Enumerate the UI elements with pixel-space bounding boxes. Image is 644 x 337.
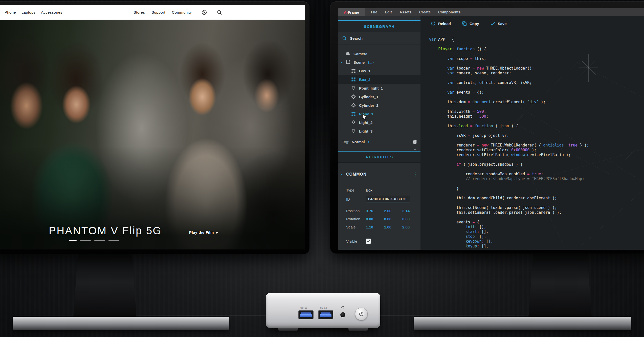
trash-icon [412,139,417,144]
menu-edit[interactable]: Edit [385,10,392,14]
site-nav-left: PhoneLaptopsAccessories [5,10,62,14]
scale-value-y[interactable]: 1.00 [384,225,402,229]
code-editor[interactable]: var APP = { Player: function () { var sc… [429,37,589,249]
code-line [429,181,589,186]
scale-value-x[interactable]: 1.10 [366,225,384,229]
headset-icon [341,306,345,309]
tree-item-box_1[interactable]: Box_1 [338,67,420,75]
editor-menubar: A-Frame FileEditAssetsCreateComponents [338,8,644,16]
camera-icon [346,51,350,56]
tree-item-cylinder_1[interactable]: Cylinder_1 [338,92,420,101]
common-section-header[interactable]: ▲ COMMON ⋮ [338,169,420,179]
bulb-icon [351,129,356,133]
code-line [429,61,589,66]
common-properties: Type Box ID Position3.762.003.14Rotation… [338,179,420,245]
site-nav-phone[interactable]: Phone [5,10,16,14]
code-line: stop: [], [429,234,589,239]
site-nav-laptops[interactable]: Laptops [21,10,35,14]
collapse-icon: ▲ [341,173,343,176]
code-line: this.setScene( loader.parse( json.scene … [429,205,589,210]
fog-select[interactable]: Normal [352,140,365,144]
site-nav-stores[interactable]: Stores [134,10,145,14]
play-film-button[interactable]: Play the Film ▶ [189,230,218,235]
rotation-value-z[interactable]: 0.00 [402,217,420,221]
box-icon [351,69,356,73]
carousel-dash-2[interactable] [80,240,91,241]
scene-search[interactable]: Search [338,32,420,45]
collapse-icon[interactable]: ▲ [341,61,343,64]
code-line [429,95,589,100]
usb-port [318,310,333,319]
tree-item-light_3[interactable]: Light_3 [338,127,420,135]
pc-foot [348,328,368,331]
tree-item-point_light_1[interactable]: Point_light_1 [338,84,420,92]
kebab-menu-icon[interactable]: ⋮ [413,172,417,177]
save-check-icon [490,21,495,26]
rotation-row: Rotation0.000.000.00 [338,215,420,223]
delete-object-button[interactable] [412,139,417,144]
site-nav-support[interactable]: Support [151,10,165,14]
tree-item-light_2[interactable]: Light_2 [338,118,420,127]
menu-aframe[interactable]: A-Frame [338,8,365,16]
bulb-icon [351,120,356,125]
toolbar-reload-button[interactable]: Reload [431,21,451,26]
toolbar-copy-button[interactable]: Copy [462,21,479,26]
id-field[interactable] [366,196,410,202]
play-icon: ▶ [216,231,218,234]
tree-item-cylinder_2[interactable]: Cylinder_2 [338,101,420,110]
code-line: this.setCamera( loader.parse( json.camer… [429,210,589,215]
toolbar-save-label: Save [498,22,507,26]
carousel-dash-4[interactable] [108,240,119,241]
menu-create[interactable]: Create [419,10,431,14]
visible-label: Visible [346,239,366,243]
chevron-down-icon[interactable]: ▼ [367,140,370,143]
code-line: renderer = new THREE.WebGLRenderer( { an… [429,143,589,148]
account-icon[interactable] [202,10,207,15]
type-row: Type Box [338,186,420,194]
code-line: } [429,186,589,191]
site-nav-accessories[interactable]: Accessories [41,10,62,14]
tree-item-label: Cylinder_2 [359,103,379,108]
code-line: var scope = this; [429,56,589,61]
tree-item-label: Light_3 [359,129,372,133]
scale-value-z[interactable]: 2.00 [402,225,420,229]
menu-assets[interactable]: Assets [399,10,412,14]
position-label: Position [346,209,366,213]
position-value-y[interactable]: 2.00 [384,209,402,213]
code-line [429,138,589,143]
site-nav-community[interactable]: Community [172,10,192,14]
code-line [429,42,589,47]
menu-file[interactable]: File [371,10,377,14]
site-navbar: PhoneLaptopsAccessories StoresSupportCom… [0,5,305,20]
tree-item-scene[interactable]: ▲Scene{...} [338,58,420,67]
tree-item-plane_1[interactable]: Plane_1 [338,110,420,118]
rotation-value-y[interactable]: 0.00 [384,217,402,221]
visible-checkbox[interactable] [366,239,371,244]
hero-image: PHANTOM V Flip 5G Play the Film ▶ [0,20,305,249]
code-line [429,201,589,205]
hero-title: PHANTOM V Flip 5G [49,225,162,237]
tree-item-box_2[interactable]: Box_2 [338,75,420,84]
toolbar-save-button[interactable]: Save [490,21,507,26]
menu-components[interactable]: Components [438,10,461,14]
carousel-dash-1[interactable] [69,240,77,241]
position-value-z[interactable]: 3.14 [402,209,420,213]
tree-item-camera[interactable]: Camera [338,49,420,58]
position-row: Position3.762.003.14 [338,207,420,215]
rotation-value-x[interactable]: 0.00 [366,217,384,221]
search-icon[interactable] [217,10,222,15]
fog-row: Fog: Normal ▼ [338,137,420,146]
brand-a: A- [344,10,348,14]
toolbar-copy-label: Copy [470,22,479,26]
attributes-expand-arrow-icon[interactable]: → [413,146,417,151]
reload-icon [431,21,436,26]
code-line [429,157,589,162]
code-line [429,119,589,124]
carousel-dash-3[interactable] [94,240,105,241]
position-value-x[interactable]: 3.76 [366,209,384,213]
panel-expand-arrow-icon[interactable]: → [413,16,417,20]
code-line: init: [], [429,225,589,229]
scale-row: Scale1.101.002.00 [338,223,420,231]
check-icon [367,239,370,243]
code-line: // renderer.shadowMap.type = THREE.PCFSo… [429,177,589,181]
